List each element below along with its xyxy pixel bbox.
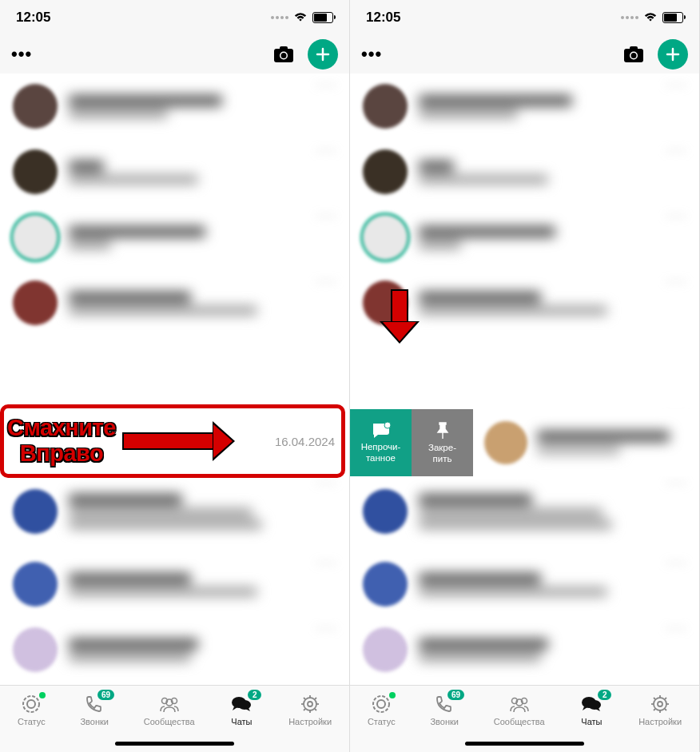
chat-row[interactable]: ------ (350, 139, 699, 205)
svg-point-3 (281, 53, 287, 58)
tab-label: Звонки (80, 717, 109, 726)
clock-time: 12:05 (366, 10, 400, 26)
signal-icon (621, 16, 638, 19)
tab-calls[interactable]: 69 Звонки (430, 694, 459, 752)
avatar (13, 215, 58, 260)
chat-row[interactable]: ------ (350, 551, 699, 617)
camera-button[interactable] (619, 40, 648, 69)
camera-button[interactable] (269, 40, 298, 69)
avatar (363, 627, 408, 672)
tab-label: Настройки (288, 717, 332, 726)
chat-list[interactable]: ------ ------ ------ ------ ------ -----… (350, 74, 699, 685)
svg-point-25 (384, 422, 391, 428)
tab-label: Сообщества (144, 717, 195, 726)
status-bar: 12:05 (350, 0, 699, 35)
svg-rect-1 (280, 46, 288, 50)
status-right (621, 12, 683, 23)
tab-label: Статус (368, 717, 396, 726)
tab-status[interactable]: Статус (18, 694, 46, 752)
revealed-chat-remainder[interactable] (473, 409, 699, 476)
screen-left: 12:05 ••• ------ ------ ------ ------ --… (0, 0, 350, 752)
chat-row[interactable]: ------ (0, 270, 349, 336)
status-bar: 12:05 (0, 0, 349, 35)
home-indicator (115, 742, 234, 746)
tab-label: Звонки (430, 717, 459, 726)
new-chat-button[interactable] (658, 39, 688, 70)
chat-row[interactable]: ------ (350, 205, 699, 270)
status-right (271, 12, 333, 23)
chat-row[interactable]: ------ (0, 551, 349, 617)
avatar (13, 627, 58, 672)
chat-row[interactable]: ------ (0, 139, 349, 205)
tab-status[interactable]: Статус (368, 694, 396, 752)
chat-row[interactable]: ------ (0, 74, 349, 139)
chat-row[interactable]: ------ (350, 617, 699, 682)
avatar (363, 215, 408, 260)
swiped-chat-row: Непрочи-танное Закре-пить (350, 409, 699, 476)
more-button[interactable]: ••• (361, 44, 382, 65)
gear-icon (648, 694, 672, 714)
top-toolbar: ••• (0, 35, 349, 74)
signal-icon (271, 16, 288, 19)
status-icon (19, 694, 43, 714)
calls-badge: 69 (97, 690, 114, 700)
calls-badge: 69 (447, 690, 464, 700)
communities-icon (157, 694, 181, 714)
tab-label: Сообщества (494, 717, 545, 726)
plus-icon (316, 47, 330, 62)
avatar (13, 489, 58, 534)
avatar (13, 149, 58, 194)
svg-point-5 (27, 700, 35, 708)
tab-label: Чаты (581, 717, 602, 726)
pin-button[interactable]: Закре-пить (412, 409, 473, 476)
svg-line-20 (315, 698, 316, 699)
highlight-date: 16.04.2024 (275, 435, 335, 448)
status-icon (369, 694, 393, 714)
wifi-icon (293, 12, 308, 23)
tab-calls[interactable]: 69 Звонки (80, 694, 109, 752)
chat-row[interactable]: ------ (350, 471, 699, 551)
avatar (363, 562, 408, 607)
svg-point-4 (23, 696, 39, 712)
svg-point-10 (238, 700, 251, 710)
gear-icon (298, 694, 322, 714)
pin-icon (434, 421, 451, 440)
chats-icon: 2 (229, 694, 253, 714)
chat-list[interactable]: ------ ------ ------ ------ ------ -----… (0, 74, 349, 685)
arrow-right-icon (122, 421, 275, 461)
new-chat-button[interactable] (308, 39, 338, 70)
svg-point-11 (304, 698, 316, 710)
tab-settings[interactable]: Настройки (288, 694, 332, 752)
avatar (13, 562, 58, 607)
avatar (13, 281, 58, 325)
chats-badge: 2 (248, 690, 261, 700)
svg-rect-22 (630, 46, 638, 50)
tab-label: Настройки (638, 717, 682, 726)
chat-row[interactable]: ------ (0, 617, 349, 682)
phone-icon: 69 (432, 694, 456, 714)
chat-row[interactable]: ------ (0, 205, 349, 270)
clock-time: 12:05 (16, 10, 50, 26)
mark-unread-button[interactable]: Непрочи-танное (350, 409, 412, 476)
svg-point-33 (654, 698, 666, 710)
svg-point-26 (373, 696, 389, 712)
tab-label: Чаты (231, 717, 252, 726)
chat-row[interactable]: ------ (350, 74, 699, 139)
svg-point-24 (631, 53, 637, 58)
svg-line-18 (315, 709, 316, 710)
pin-label: Закре- (428, 443, 456, 452)
chats-badge: 2 (598, 690, 611, 700)
svg-point-32 (588, 700, 601, 710)
chats-icon: 2 (579, 694, 603, 714)
unread-label: Непрочи- (361, 442, 401, 452)
chat-row[interactable]: ------ (0, 471, 349, 551)
swipe-text: СмахнитеВправо (7, 416, 116, 467)
screen-right: 12:05 ••• ------ ------ ------ ------ --… (350, 0, 700, 752)
more-button[interactable]: ••• (11, 44, 32, 65)
communities-icon (507, 694, 531, 714)
phone-icon: 69 (82, 694, 106, 714)
tab-settings[interactable]: Настройки (638, 694, 682, 752)
plus-icon (666, 47, 680, 62)
camera-icon (623, 46, 644, 63)
wifi-icon (643, 12, 658, 23)
